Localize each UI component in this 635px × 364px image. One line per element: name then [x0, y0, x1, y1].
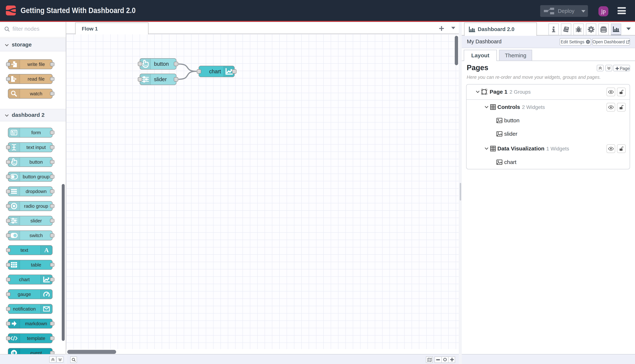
svg-text:A: A: [44, 247, 49, 253]
